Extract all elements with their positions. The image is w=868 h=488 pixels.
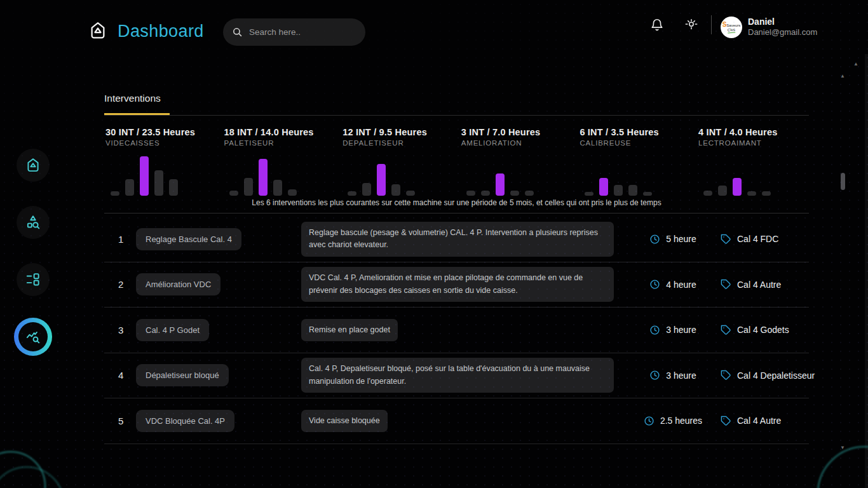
tag-cell: Cal 4 Godets	[721, 325, 827, 336]
tag-text: Cal 4 Autre	[737, 280, 781, 290]
scroll-down-arrow[interactable]: ▼	[840, 445, 845, 451]
sidebar-item-analytics-active[interactable]	[14, 318, 52, 356]
avatar-text-1: Saveurs	[726, 24, 740, 27]
sidebar-item-home[interactable]	[17, 149, 50, 182]
intervention-row[interactable]: 1 Reglage Bascule Cal. 4 Reglage bascule…	[104, 217, 809, 262]
bar	[481, 191, 490, 196]
duration-cell: 2.5 heures	[625, 416, 721, 426]
clock-icon	[649, 370, 660, 381]
tag-text: Cal 4 Depaletisseur	[737, 370, 815, 381]
main-content: Interventions 30 INT / 23.5 Heures VIDEC…	[104, 64, 809, 444]
page-title: Dashboard	[118, 22, 204, 41]
duration-cell: 5 heure	[625, 234, 721, 245]
clock-icon	[649, 234, 660, 245]
mini-bar-chart	[105, 155, 215, 196]
mini-bar-chart	[461, 155, 571, 196]
intervention-name-badge: Reglage Bascule Cal. 4	[136, 228, 241, 250]
intervention-name-badge: Amélioration VDC	[136, 273, 220, 295]
bar	[244, 178, 253, 196]
page-scrollbar-track[interactable]	[865, 54, 868, 488]
interventions-list: 1 Reglage Bascule Cal. 4 Reglage bascule…	[104, 214, 809, 444]
bar	[525, 191, 534, 196]
duration-text: 3 heure	[666, 325, 696, 335]
search-icon	[232, 27, 243, 37]
bar	[125, 179, 134, 196]
scrollbar-thumb[interactable]	[841, 173, 845, 190]
row-number: 4	[104, 370, 136, 381]
bar	[628, 185, 637, 196]
bar	[643, 192, 652, 196]
bar-highlighted	[377, 164, 386, 196]
left-sidebar	[0, 64, 66, 488]
tag-cell: Cal 4 Autre	[721, 416, 819, 426]
intervention-description-badge: Vide caisse bloquée	[301, 410, 388, 432]
header-divider	[711, 15, 712, 34]
tag-text: Cal 4 Autre	[737, 416, 781, 426]
mini-bar-chart	[342, 155, 452, 196]
intervention-description-badge: Reglage bascule (pesage & volumetrie) CA…	[301, 222, 614, 257]
bar	[585, 192, 593, 196]
list-boxes-icon	[25, 271, 41, 288]
search-bar[interactable]	[223, 18, 365, 46]
home-logo-icon[interactable]	[88, 21, 107, 40]
top-header: Dashboard SSaveurs Clos Daniel Daniel@gm…	[0, 0, 868, 64]
bar	[273, 180, 282, 196]
bar-highlighted	[496, 173, 505, 196]
intervention-row[interactable]: 2 Amélioration VDC VDC Cal. 4 P, Amelior…	[104, 262, 809, 308]
stat-machine-name: AMELIORATION	[461, 139, 571, 147]
bar	[154, 170, 163, 196]
tag-cell: Cal 4 Autre	[721, 279, 819, 290]
sidebar-item-checklist[interactable]	[17, 263, 50, 296]
avatar[interactable]: SSaveurs Clos	[721, 17, 742, 38]
bar	[111, 191, 119, 196]
machine-stat: 12 INT / 9.5 Heures DEPALETISEUR	[342, 127, 452, 196]
sidebar-item-categories[interactable]	[17, 206, 50, 239]
duration-cell: 3 heure	[625, 325, 721, 336]
search-input[interactable]	[249, 27, 351, 37]
intervention-description-badge: Remise en place godet	[301, 319, 398, 341]
bar	[703, 191, 712, 196]
machine-stat: 30 INT / 23.5 Heures VIDECAISSES	[105, 127, 215, 196]
bar-highlighted	[140, 156, 149, 196]
intervention-row[interactable]: 3 Cal. 4 P Godet Remise en place godet 3…	[104, 308, 809, 353]
scroll-up-arrow-outer[interactable]: ▲	[853, 62, 858, 67]
tag-text: Cal 4 FDC	[737, 234, 778, 244]
chart-search-icon	[25, 329, 41, 345]
clock-icon	[649, 325, 660, 336]
machine-stat: 3 INT / 7.0 Heures AMELIORATION	[461, 127, 571, 196]
bar	[718, 186, 727, 196]
tag-cell: Cal 4 FDC	[721, 234, 817, 245]
row-number: 5	[104, 416, 136, 426]
bar	[510, 191, 519, 196]
scroll-up-arrow[interactable]: ▲	[840, 74, 845, 79]
bar	[762, 191, 771, 196]
tab-bar: Interventions	[104, 64, 809, 116]
row-number: 2	[104, 279, 136, 290]
bar	[348, 191, 356, 196]
duration-cell: 4 heure	[625, 279, 721, 290]
notifications-bell-icon[interactable]	[650, 18, 664, 32]
bar	[391, 184, 400, 196]
tab-interventions[interactable]: Interventions	[104, 93, 170, 115]
tag-icon	[721, 234, 731, 245]
mini-bar-chart	[580, 155, 689, 196]
stat-machine-name: LECTROAIMANT	[698, 139, 808, 147]
bar-highlighted	[599, 178, 608, 196]
bar	[747, 191, 756, 196]
stat-machine-name: PALETISEUR	[224, 139, 334, 147]
home-icon	[25, 157, 41, 173]
tag-icon	[721, 370, 731, 381]
stat-machine-name: CALIBREUSE	[580, 139, 689, 147]
user-name: Daniel	[748, 17, 775, 27]
corner-glow-bottom-right	[817, 446, 868, 488]
clock-icon	[644, 416, 654, 426]
intervention-row[interactable]: 4 Dépaletiseur bloqué Cal. 4 P, Depaleti…	[104, 353, 809, 399]
theme-toggle-lamp-icon[interactable]	[684, 18, 698, 32]
stat-title: 18 INT / 14.0 Heures	[224, 127, 334, 137]
intervention-row[interactable]: 5 VDC Bloquée Cal. 4P Vide caisse bloqué…	[104, 398, 809, 444]
intervention-name-badge: VDC Bloquée Cal. 4P	[136, 410, 234, 432]
stat-title: 3 INT / 7.0 Heures	[461, 127, 571, 137]
bar	[288, 189, 297, 196]
tag-icon	[721, 325, 731, 336]
shapes-search-icon	[25, 214, 41, 231]
